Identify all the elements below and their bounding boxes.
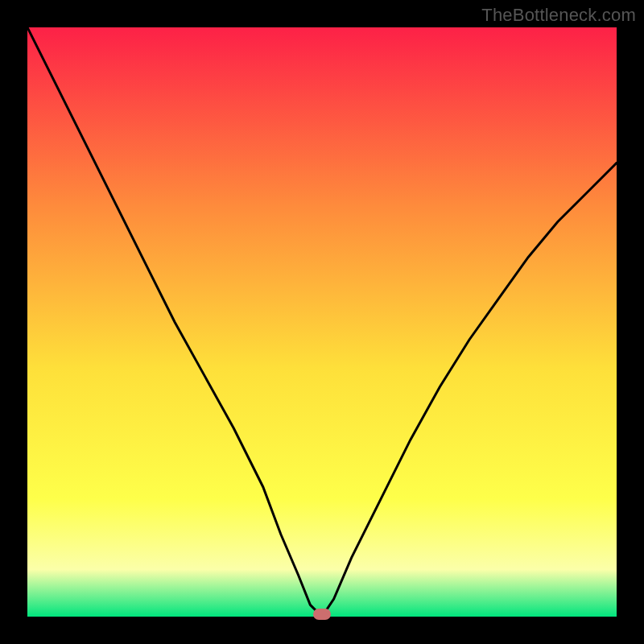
gradient-background: [27, 27, 617, 617]
plot-svg: [27, 27, 617, 617]
chart-frame: TheBottleneck.com: [0, 0, 644, 644]
watermark-label: TheBottleneck.com: [481, 5, 636, 26]
plot-area: [27, 27, 617, 617]
optimal-marker: [313, 609, 331, 620]
